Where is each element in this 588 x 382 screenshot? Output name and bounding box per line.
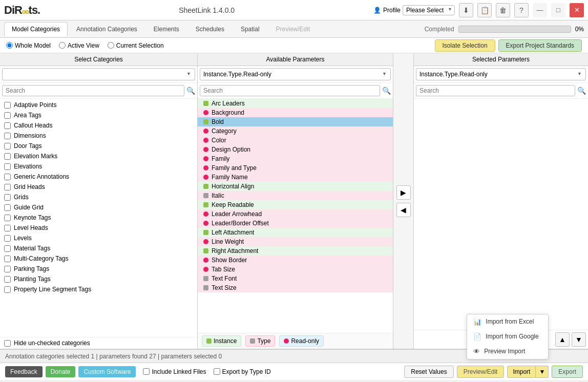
- import-from-excel-item[interactable]: 📊 Import from Excel: [467, 314, 548, 329]
- progress-area: Completed 0%: [425, 26, 584, 33]
- export-button[interactable]: Export: [552, 366, 583, 378]
- list-item[interactable]: Family Name: [198, 173, 393, 182]
- list-item[interactable]: Leader/Border Offset: [198, 219, 393, 228]
- list-item[interactable]: Adaptive Points: [0, 100, 197, 110]
- list-item[interactable]: Arc Leaders: [198, 99, 393, 108]
- import-from-google-item[interactable]: 📄 Import from Google: [467, 329, 548, 344]
- list-item[interactable]: Color: [198, 136, 393, 145]
- list-item[interactable]: Planting Tags: [0, 274, 197, 284]
- list-item[interactable]: Background: [198, 108, 393, 117]
- list-item[interactable]: Levels: [0, 233, 197, 243]
- delete-icon-btn[interactable]: 🗑: [496, 3, 510, 17]
- preview-import-item[interactable]: 👁 Preview Import: [467, 344, 548, 359]
- transfer-arrows: ▶ ◀: [393, 53, 414, 349]
- params-search-input[interactable]: [200, 85, 380, 96]
- tab-spatial[interactable]: Spatial: [233, 22, 267, 36]
- legend-type: Type: [245, 335, 275, 347]
- list-item[interactable]: Dimensions: [0, 131, 197, 141]
- reset-values-button[interactable]: Reset Values: [404, 366, 453, 378]
- list-item[interactable]: Italic: [198, 191, 393, 200]
- param-type-dot: [203, 101, 208, 106]
- hide-unchecked-row: Hide un-checked categories: [0, 337, 197, 349]
- list-item[interactable]: Category: [198, 126, 393, 136]
- import-button[interactable]: Import: [507, 366, 536, 378]
- help-icon-btn[interactable]: ?: [514, 3, 529, 17]
- param-type-dot: [203, 110, 208, 115]
- list-item[interactable]: Grids: [0, 192, 197, 202]
- mid-type-select[interactable]: Instance.Type.Read-only: [200, 68, 391, 80]
- list-item[interactable]: Callout Heads: [0, 120, 197, 131]
- include-linked-checkbox[interactable]: [143, 368, 150, 375]
- tab-model-categories[interactable]: Model Categories: [4, 22, 68, 36]
- feedback-button[interactable]: Feedback: [5, 366, 43, 377]
- list-item[interactable]: Text Font: [198, 274, 393, 283]
- isolate-selection-button[interactable]: Isolate Selection: [435, 39, 495, 52]
- list-item[interactable]: Level Heads: [0, 223, 197, 233]
- selected-params-search-input[interactable]: [416, 85, 575, 96]
- app-title: SheetLink 1.4.0.0: [44, 6, 369, 14]
- param-type-dot: [203, 165, 208, 171]
- custom-software-button[interactable]: Custom Software: [78, 366, 136, 377]
- export-by-type-label[interactable]: Export by Type ID: [214, 368, 271, 375]
- list-item[interactable]: Horizontal Align: [198, 182, 393, 191]
- list-item[interactable]: Generic Annotations: [0, 172, 197, 182]
- tab-schedules[interactable]: Schedules: [188, 22, 232, 36]
- hide-unchecked-checkbox[interactable]: [4, 340, 11, 347]
- search-icon: 🔍: [577, 87, 586, 95]
- tabs-bar: Model Categories Annotation Categories E…: [0, 20, 588, 38]
- list-item[interactable]: Elevations: [0, 161, 197, 172]
- list-item[interactable]: Bold: [198, 117, 393, 126]
- list-item[interactable]: Keynote Tags: [0, 213, 197, 223]
- preview-edit-button[interactable]: Preview/Edit: [457, 366, 505, 378]
- list-item[interactable]: Family and Type: [198, 163, 393, 173]
- list-item[interactable]: Door Tags: [0, 141, 197, 151]
- list-item[interactable]: Keep Readable: [198, 200, 393, 209]
- maximize-button[interactable]: □: [551, 3, 565, 17]
- radio-active-view[interactable]: Active View: [59, 42, 99, 49]
- list-item[interactable]: Text Size: [198, 283, 393, 292]
- list-item[interactable]: Show Border: [198, 256, 393, 265]
- donate-button[interactable]: Donate: [46, 366, 76, 377]
- list-item[interactable]: Tab Size: [198, 265, 393, 274]
- readonly-dot: [284, 338, 289, 344]
- add-param-button[interactable]: ▶: [396, 185, 411, 200]
- save-icon-btn[interactable]: ⬇: [459, 3, 473, 17]
- sort-up-button[interactable]: ▲: [555, 332, 570, 347]
- list-item[interactable]: Family: [198, 154, 393, 163]
- list-item[interactable]: Material Tags: [0, 243, 197, 253]
- list-item[interactable]: Right Attachment: [198, 246, 393, 256]
- param-type-dot: [203, 119, 208, 124]
- sort-down-button[interactable]: ▼: [572, 332, 586, 347]
- list-item[interactable]: Design Option: [198, 145, 393, 154]
- list-item[interactable]: Elevation Marks: [0, 151, 197, 161]
- list-item[interactable]: Leader Arrowhead: [198, 209, 393, 219]
- radio-whole-model[interactable]: Whole Model: [6, 42, 51, 49]
- list-item[interactable]: Line Weight: [198, 237, 393, 246]
- profile-icon: 👤: [373, 7, 381, 14]
- top-bar: DiRoots. SheetLink 1.4.0.0 👤 Profile Ple…: [0, 0, 588, 20]
- list-item[interactable]: Property Line Segment Tags: [0, 284, 197, 294]
- copy-icon-btn[interactable]: 📋: [477, 3, 492, 17]
- list-item[interactable]: Left Attachment: [198, 228, 393, 237]
- right-type-select[interactable]: Instance.Type.Read-only: [416, 68, 586, 80]
- minimize-button[interactable]: —: [533, 3, 547, 17]
- list-item[interactable]: Guide Grid: [0, 202, 197, 213]
- param-type-dot: [203, 156, 208, 161]
- list-item[interactable]: Area Tags: [0, 110, 197, 120]
- radio-current-selection[interactable]: Current Selection: [108, 42, 164, 49]
- export-project-standards-button[interactable]: Export Project Standards: [498, 39, 582, 52]
- action-buttons: Isolate Selection Export Project Standar…: [435, 39, 582, 52]
- close-button[interactable]: ✕: [570, 3, 584, 17]
- list-item[interactable]: Grid Heads: [0, 182, 197, 192]
- categories-search-input[interactable]: [2, 85, 184, 96]
- list-item[interactable]: Parking Tags: [0, 264, 197, 274]
- profile-select[interactable]: Please Select: [403, 5, 455, 15]
- tab-annotation-categories[interactable]: Annotation Categories: [69, 22, 145, 36]
- discipline-select[interactable]: [2, 68, 195, 80]
- include-linked-files-label[interactable]: Include Linked Files: [143, 368, 206, 375]
- remove-param-button[interactable]: ◀: [396, 203, 411, 217]
- export-by-type-checkbox[interactable]: [214, 368, 220, 375]
- list-item[interactable]: Multi-Category Tags: [0, 253, 197, 264]
- import-arrow-button[interactable]: ▼: [536, 366, 549, 378]
- tab-elements[interactable]: Elements: [146, 22, 187, 36]
